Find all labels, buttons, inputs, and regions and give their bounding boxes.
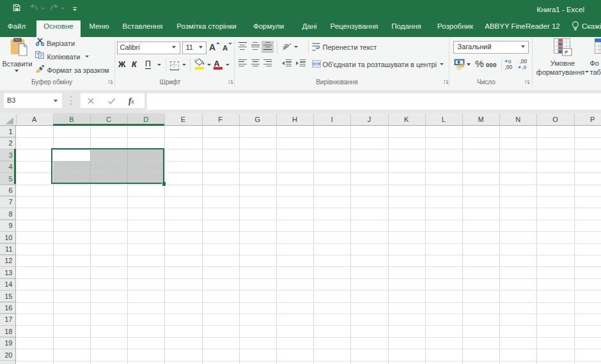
svg-text:≠: ≠ xyxy=(565,49,568,56)
svg-text:,00: ,00 xyxy=(520,58,527,64)
svg-text:,00: ,00 xyxy=(505,64,513,70)
